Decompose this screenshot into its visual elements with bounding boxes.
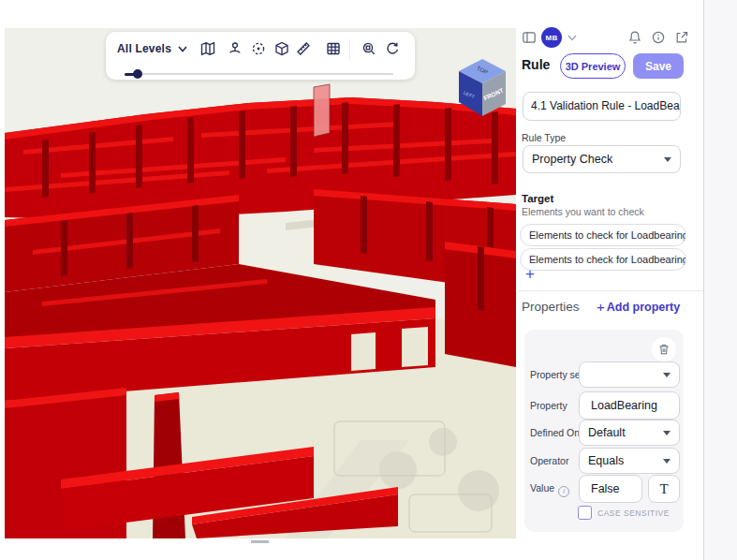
target-chip[interactable]: Elements to check for Loadbearing (I bbox=[520, 224, 686, 246]
properties-title: Properties bbox=[522, 300, 580, 314]
chevron-down-icon bbox=[664, 157, 671, 162]
rule-type-value: Property Check bbox=[532, 153, 612, 166]
level-slider[interactable] bbox=[125, 69, 393, 79]
value-label: Valuei bbox=[530, 482, 569, 497]
floor-plan-icon-button[interactable] bbox=[199, 40, 216, 57]
viewer-toolbar: All Levels bbox=[106, 32, 415, 80]
save-button[interactable]: Save bbox=[633, 53, 684, 79]
panel-toggle-icon bbox=[522, 30, 537, 45]
floor-plan-icon bbox=[200, 41, 215, 56]
rule-type-select[interactable]: Property Check bbox=[523, 145, 681, 173]
chevron-down-icon bbox=[663, 459, 671, 464]
account-chevron-down-icon[interactable] bbox=[567, 35, 577, 41]
property-rule-card: Property set Property LoadBearing Define… bbox=[524, 330, 684, 532]
focus-selection-icon bbox=[251, 41, 266, 56]
section-box-icon bbox=[274, 41, 289, 56]
panel-toggle-icon-button[interactable] bbox=[522, 30, 537, 45]
operator-label: Operator bbox=[530, 455, 568, 466]
chevron-down-icon bbox=[663, 373, 671, 377]
rule-panel: MB Rule 3D Preview Save 4.1 Validation R… bbox=[518, 0, 703, 560]
3d-viewport[interactable]: All Levels bbox=[5, 28, 516, 538]
notifications-icon-button[interactable] bbox=[627, 30, 642, 45]
value-input[interactable]: False bbox=[579, 475, 642, 503]
text-type-button[interactable]: T bbox=[648, 475, 680, 503]
add-property-button[interactable]: + Add property bbox=[597, 299, 680, 315]
trash-icon bbox=[657, 343, 671, 356]
model-canvas[interactable] bbox=[5, 28, 516, 538]
delete-property-button[interactable] bbox=[652, 337, 676, 361]
chevron-down-icon bbox=[663, 431, 671, 435]
target-chip[interactable]: Elements to check for Loadbearing (R bbox=[520, 248, 686, 271]
section-divider bbox=[518, 290, 703, 291]
defined-on-select[interactable]: Default bbox=[579, 420, 680, 446]
share-icon bbox=[674, 30, 689, 45]
rule-title: Rule bbox=[522, 57, 550, 72]
property-set-label: Property set bbox=[530, 369, 583, 380]
case-sensitive-checkbox[interactable] bbox=[578, 506, 592, 520]
zoom-to-fit-icon-button[interactable] bbox=[361, 40, 377, 57]
measure-icon-button[interactable] bbox=[295, 40, 312, 57]
property-input[interactable]: LoadBearing bbox=[579, 391, 680, 420]
bell-icon bbox=[627, 30, 642, 45]
grid-view-icon-button[interactable] bbox=[325, 40, 342, 57]
defined-on-label: Defined On bbox=[530, 427, 580, 438]
levels-label: All Levels bbox=[117, 42, 171, 55]
first-person-icon-button[interactable] bbox=[227, 40, 243, 57]
toolbar-separator bbox=[349, 39, 350, 60]
reset-view-icon bbox=[385, 41, 400, 56]
focus-selection-icon-button[interactable] bbox=[250, 40, 267, 57]
defined-on-value: Default bbox=[588, 426, 626, 439]
levels-dropdown[interactable]: All Levels bbox=[117, 39, 187, 58]
info-icon-button[interactable] bbox=[651, 30, 666, 45]
operator-select[interactable]: Equals bbox=[579, 448, 680, 474]
case-sensitive-label: CASE SENSITIVE bbox=[597, 508, 670, 518]
operator-value: Equals bbox=[588, 454, 624, 467]
chevron-down-icon bbox=[178, 46, 187, 52]
info-icon bbox=[651, 30, 666, 45]
level-slider-track[interactable] bbox=[125, 73, 393, 75]
rule-name-input[interactable]: 4.1 Validation Rule - LoadBearin bbox=[523, 92, 681, 121]
rule-type-label: Rule Type bbox=[522, 132, 566, 143]
value-info-icon[interactable]: i bbox=[558, 486, 569, 497]
plus-icon: + bbox=[597, 299, 605, 315]
add-property-label: Add property bbox=[607, 301, 680, 314]
right-edge-strip bbox=[703, 0, 737, 560]
navigation-cube[interactable]: TOP FRONT LEFT bbox=[457, 56, 509, 122]
target-title: Target bbox=[522, 193, 553, 204]
scroll-hint bbox=[251, 540, 269, 543]
avatar[interactable]: MB bbox=[541, 27, 562, 48]
grid-view-icon bbox=[326, 41, 341, 56]
property-set-select[interactable] bbox=[579, 361, 680, 388]
share-icon-button[interactable] bbox=[674, 30, 689, 45]
value-label-text: Value bbox=[530, 482, 554, 494]
zoom-to-fit-icon bbox=[361, 41, 376, 56]
avatar-initials: MB bbox=[545, 34, 557, 42]
app-root: All Levels bbox=[0, 0, 737, 560]
first-person-icon bbox=[228, 41, 243, 56]
add-target-button[interactable]: + bbox=[525, 266, 535, 282]
3d-preview-button[interactable]: 3D Preview bbox=[560, 53, 626, 79]
reset-view-icon-button[interactable] bbox=[384, 40, 401, 57]
level-slider-knob[interactable] bbox=[133, 69, 142, 79]
target-subtitle: Elements you want to check bbox=[522, 206, 644, 217]
measure-icon bbox=[296, 41, 311, 56]
section-box-icon-button[interactable] bbox=[273, 40, 290, 57]
property-label: Property bbox=[530, 400, 567, 411]
